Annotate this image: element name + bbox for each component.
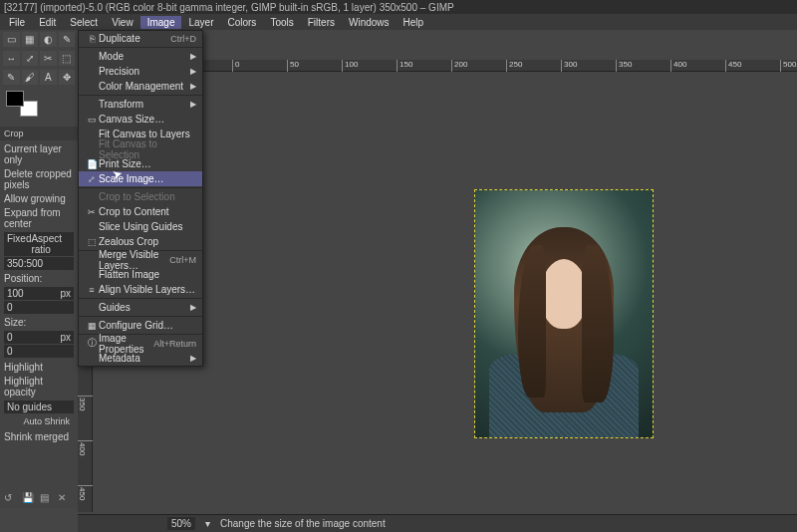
menu-filters[interactable]: Filters <box>301 16 342 29</box>
status-hint: Change the size of the image content <box>220 518 386 529</box>
option-check[interactable]: Allow growing <box>4 193 74 204</box>
size-x-field[interactable]: 0px <box>4 331 74 344</box>
ruler-tick: 350 <box>78 396 93 410</box>
menu-item-slice-using-guides[interactable]: Slice Using Guides <box>79 219 202 234</box>
menu-item-align-visible-layers-[interactable]: ≡Align Visible Layers… <box>79 282 202 297</box>
tool-button[interactable]: ✂ <box>40 51 57 66</box>
highlight-check[interactable]: Highlight <box>4 362 74 373</box>
tool-button[interactable]: ◐ <box>40 32 57 47</box>
menu-item-image-properties[interactable]: ⓘImage PropertiesAlt+Return <box>79 336 202 351</box>
ruler-tick: 450 <box>78 485 93 500</box>
menu-item-shortcut: Ctrl+M <box>169 255 196 265</box>
color-swatches[interactable] <box>6 91 38 117</box>
menu-item-scale-image-[interactable]: ⤢Scale Image… <box>79 171 202 186</box>
photo-content <box>475 190 653 437</box>
menu-item-crop-to-selection: Crop to Selection <box>79 189 202 204</box>
position-x-field[interactable]: 100px <box>4 287 74 300</box>
menu-select[interactable]: Select <box>63 16 105 29</box>
option-check[interactable]: Expand from center <box>4 207 74 229</box>
tool-button[interactable]: ✥ <box>59 70 76 85</box>
tool-button[interactable]: ▦ <box>22 32 39 47</box>
menu-item-mode[interactable]: Mode▶ <box>79 49 202 64</box>
menu-view[interactable]: View <box>105 16 140 29</box>
size-y-field[interactable]: 0 <box>4 345 74 358</box>
menu-item-icon: ▦ <box>85 321 99 331</box>
menu-item-label: Crop to Content <box>99 206 196 217</box>
size-label: Size: <box>4 317 74 328</box>
menu-item-label: Fit Canvas to Selection <box>99 138 196 160</box>
menu-item-metadata[interactable]: Metadata▶ <box>79 351 202 366</box>
menu-layer[interactable]: Layer <box>181 16 220 29</box>
tool-options: Crop Current layer onlyDelete cropped pi… <box>0 121 78 449</box>
tool-button[interactable]: ▭ <box>3 32 20 47</box>
window-titlebar: [32177] (imported)-5.0 (RGB color 8-bit … <box>0 0 797 14</box>
menu-item-configure-grid-[interactable]: ▦Configure Grid… <box>79 318 202 333</box>
menu-item-precision[interactable]: Precision▶ <box>79 64 202 79</box>
delete-icon[interactable]: ✕ <box>58 492 70 504</box>
fixed-row[interactable]: Fixed Aspect ratio <box>4 232 74 256</box>
menu-item-label: Configure Grid… <box>99 320 196 331</box>
menu-item-canvas-size-[interactable]: ▭Canvas Size… <box>79 112 202 127</box>
ruler-tick: 400 <box>78 440 93 455</box>
option-check[interactable]: Current layer only <box>4 143 74 165</box>
menu-item-label: Scale Image… <box>99 173 196 184</box>
menu-tools[interactable]: Tools <box>263 16 300 29</box>
tool-button[interactable]: ✎ <box>3 70 20 85</box>
submenu-arrow-icon: ▶ <box>190 100 196 109</box>
menu-item-color-management[interactable]: Color Management▶ <box>79 79 202 94</box>
submenu-arrow-icon: ▶ <box>190 354 196 363</box>
ruler-tick: 400 <box>670 60 686 72</box>
tool-button[interactable]: A <box>40 70 57 85</box>
menu-item-flatten-image[interactable]: Flatten Image <box>79 267 202 282</box>
zoom-dropdown-icon[interactable]: ▾ <box>205 518 210 529</box>
image-canvas[interactable] <box>474 189 654 438</box>
position-y-field[interactable]: 0 <box>4 301 74 314</box>
submenu-arrow-icon: ▶ <box>190 82 196 91</box>
menu-item-label: Color Management <box>99 81 190 92</box>
menu-file[interactable]: File <box>2 16 32 29</box>
tool-button[interactable]: ✎ <box>59 32 76 47</box>
menu-windows[interactable]: Windows <box>342 16 397 29</box>
ruler-tick: 50 <box>287 60 299 72</box>
ratio-field[interactable]: 350:500 <box>4 257 74 270</box>
menu-item-label: Crop to Selection <box>99 191 196 202</box>
tool-button[interactable]: ↔ <box>3 51 20 66</box>
position-label: Position: <box>4 273 74 284</box>
menu-item-icon: ⤢ <box>85 174 99 184</box>
save-icon[interactable]: 💾 <box>22 492 34 504</box>
menu-colors[interactable]: Colors <box>220 16 263 29</box>
guides-field[interactable]: No guides <box>4 400 74 413</box>
menu-item-label: Zealous Crop <box>99 236 196 247</box>
toolbox-panel: ▭▦◐✎↔⤢✂⬚✎🖌A✥ Crop Current layer onlyDele… <box>0 30 78 508</box>
ruler-tick: 500 <box>780 60 796 72</box>
menu-item-label: Metadata <box>99 353 190 364</box>
auto-shrink-button[interactable]: Auto Shrink <box>4 414 74 428</box>
ruler-tick: 250 <box>506 60 522 72</box>
menu-item-print-size-[interactable]: 📄Print Size… <box>79 156 202 171</box>
tool-button[interactable]: ⬚ <box>59 51 76 66</box>
menu-image[interactable]: Image <box>140 16 182 29</box>
fg-color-swatch[interactable] <box>6 91 24 107</box>
submenu-arrow-icon: ▶ <box>190 52 196 61</box>
menu-item-duplicate[interactable]: ⎘DuplicateCtrl+D <box>79 31 202 46</box>
tool-button[interactable]: ⤢ <box>22 51 39 66</box>
reset-icon[interactable]: ↺ <box>4 492 16 504</box>
menu-item-icon: ✂ <box>85 207 99 217</box>
menu-item-transform[interactable]: Transform▶ <box>79 97 202 112</box>
option-check[interactable]: Delete cropped pixels <box>4 168 74 190</box>
menu-item-merge-visible-layers-[interactable]: Merge Visible Layers…Ctrl+M <box>79 252 202 267</box>
doc-icon[interactable]: ▤ <box>40 492 52 504</box>
menu-edit[interactable]: Edit <box>32 16 63 29</box>
menu-item-crop-to-content[interactable]: ✂Crop to Content <box>79 204 202 219</box>
menu-item-label: Canvas Size… <box>99 114 196 125</box>
menu-help[interactable]: Help <box>397 16 431 29</box>
zoom-level[interactable]: 50% <box>167 517 195 530</box>
menu-bar: FileEditSelectViewImageLayerColorsToolsF… <box>0 14 797 30</box>
menu-item-zealous-crop[interactable]: ⬚Zealous Crop <box>79 234 202 249</box>
menu-item-shortcut: Alt+Return <box>153 339 196 349</box>
menu-item-label: Guides <box>99 302 190 313</box>
shrink-merged-check[interactable]: Shrink merged <box>4 431 74 442</box>
menu-item-guides[interactable]: Guides▶ <box>79 300 202 315</box>
window-title: [32177] (imported)-5.0 (RGB color 8-bit … <box>4 2 454 13</box>
tool-button[interactable]: 🖌 <box>22 70 39 85</box>
